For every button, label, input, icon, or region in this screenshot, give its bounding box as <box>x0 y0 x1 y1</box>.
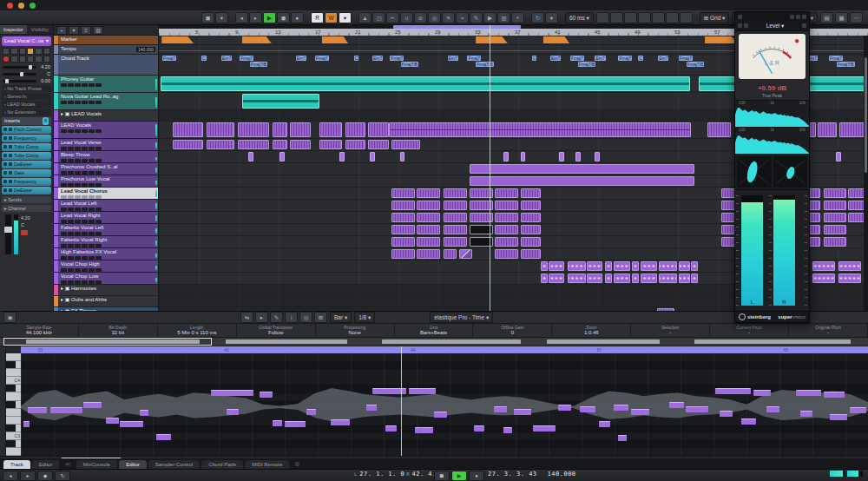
clip-vocal-chop-low[interactable] <box>659 273 677 283</box>
track-mini-button[interactable] <box>95 208 102 211</box>
track-mini-button[interactable] <box>61 183 67 187</box>
chord-event[interactable]: Fmaj7/B <box>687 62 705 67</box>
track-presets-button[interactable]: ▾ <box>69 26 79 35</box>
clip-lead-vocal-verse[interactable] <box>207 140 235 149</box>
clip-prechorus-crushed[interactable] <box>470 164 694 174</box>
variaudio-segment[interactable] <box>766 406 779 412</box>
track-mini-button[interactable] <box>82 220 88 223</box>
variaudio-segment[interactable] <box>28 407 47 413</box>
editor-playhead[interactable] <box>401 346 402 456</box>
track-row-tempo[interactable]: Tempo140.000 <box>54 45 158 55</box>
erase-tool[interactable]: ⊘ <box>414 12 427 23</box>
module-split-icon[interactable] <box>744 23 748 28</box>
track-mini-button[interactable] <box>68 159 74 162</box>
track-mini-button[interactable] <box>82 171 88 175</box>
clip-lead-vocal-chorus[interactable] <box>444 188 467 198</box>
insert-edit-icon[interactable] <box>9 188 12 192</box>
track-mini-button[interactable] <box>95 220 102 223</box>
clip-vocal-chop-low[interactable] <box>614 273 631 283</box>
black-key[interactable] <box>6 385 21 392</box>
clip-lead-vocal-left[interactable] <box>444 201 467 210</box>
mute-tool[interactable]: ✕ <box>442 12 455 23</box>
tempo-value[interactable]: 140.000 <box>136 47 155 52</box>
close-icon[interactable] <box>7 3 13 9</box>
chord-event[interactable]: Fmaj7 <box>467 56 481 61</box>
clip-vocal-chop-high[interactable] <box>838 261 861 271</box>
black-key[interactable] <box>6 361 21 369</box>
inspector-row-0[interactable]: › No Track Preset <box>2 85 51 92</box>
punch-button[interactable]: ◆ <box>37 471 53 481</box>
insert-slot-5[interactable]: DeEsser <box>2 161 51 168</box>
audition-button[interactable]: ▸ <box>255 312 268 323</box>
cycle-button[interactable]: ↻ <box>55 471 70 481</box>
chord-event[interactable]: Fmaj7 <box>679 56 693 61</box>
clip-lead-vocal-verse[interactable] <box>319 140 342 149</box>
plugin-close-icon[interactable] <box>802 15 806 19</box>
track-mini-button[interactable] <box>89 183 95 187</box>
chord-event[interactable]: Fmaj7 <box>315 56 329 61</box>
track-row-high-falsettos[interactable]: High Falsettos FX Vocal <box>54 248 158 260</box>
marker-event[interactable] <box>543 36 569 43</box>
clip-lead-vocal-chorus[interactable] <box>495 188 518 198</box>
zone-tab-chord-pads[interactable]: Chord Pads <box>201 460 243 469</box>
stop-button[interactable]: ◼ <box>277 12 290 23</box>
draw-tool[interactable]: ✎ <box>470 12 483 23</box>
clip-falsetto-right[interactable] <box>521 237 542 247</box>
info-current-pitch[interactable]: Current Pitch- <box>710 324 789 337</box>
track-mini-button[interactable] <box>82 195 88 199</box>
mute-button[interactable] <box>3 48 10 55</box>
track-mini-button[interactable] <box>68 208 74 211</box>
clip-lead-vocals[interactable] <box>319 122 342 137</box>
glue-tool[interactable]: ∪ <box>400 12 413 23</box>
draw-button[interactable]: ✎ <box>270 312 283 323</box>
clip-lead-vocal-verse[interactable] <box>345 140 365 149</box>
track-mini-button[interactable] <box>95 232 102 235</box>
insert-slot-3[interactable]: Tube Comp <box>2 143 51 151</box>
play-button[interactable]: ▶ <box>451 471 467 481</box>
track-mini-button[interactable] <box>82 101 88 104</box>
track-mini-button[interactable] <box>61 101 67 104</box>
clip-lead-vocal-left[interactable] <box>824 201 846 210</box>
inserts-section-header[interactable]: Inserts 8 <box>2 117 51 125</box>
insert-edit-icon[interactable] <box>9 171 12 175</box>
color-tool[interactable]: ▥ <box>497 12 510 23</box>
variaudio-segment[interactable] <box>715 388 751 394</box>
info-offline-gain[interactable]: Offline Gain0 <box>473 324 552 337</box>
chord-event[interactable]: Em7 <box>372 56 383 61</box>
track-mini-button[interactable] <box>82 159 88 162</box>
clip-vocal-chop-high[interactable] <box>632 261 639 271</box>
variaudio-segment[interactable] <box>306 409 316 415</box>
white-key[interactable] <box>6 392 21 400</box>
insert-slot-2[interactable]: Frequency <box>2 135 51 142</box>
variaudio-segment[interactable] <box>83 402 101 408</box>
clip-lead-vocal-left[interactable] <box>495 201 518 210</box>
clip-falsetto-left[interactable] <box>495 225 518 234</box>
track-row-nova-guitar[interactable]: Nova Guitar Lead Ro..ag <box>54 93 158 110</box>
variaudio-segment[interactable] <box>800 411 812 417</box>
clip-lead-vocals[interactable] <box>207 122 235 137</box>
track-mini-button[interactable] <box>82 147 88 150</box>
quantize-select[interactable]: 1/8 ▾ <box>354 312 375 323</box>
toggle-3[interactable] <box>624 12 637 23</box>
track-mini-button[interactable] <box>82 83 88 87</box>
track-mini-button[interactable] <box>82 256 88 260</box>
insert-edit-icon[interactable] <box>9 136 12 140</box>
minimize-icon[interactable] <box>18 3 24 9</box>
track-mini-button[interactable] <box>95 159 102 162</box>
track-row-lead-vocal-chorus[interactable]: Lead Vocal Chorus <box>54 188 158 200</box>
info-original-pitch[interactable]: Original Pitch- <box>789 324 868 337</box>
track-mini-button[interactable] <box>89 232 95 235</box>
track-mini-button[interactable] <box>82 280 88 284</box>
variaudio-segment[interactable] <box>850 407 867 413</box>
track-mini-button[interactable] <box>75 220 81 223</box>
track-mini-button[interactable] <box>61 159 67 162</box>
mixer-button[interactable]: ▦ <box>835 12 848 23</box>
zoom-button[interactable]: ◎ <box>299 312 312 323</box>
track-row-lead-vocal-left[interactable]: Lead Vocal Left <box>54 200 158 212</box>
track-mini-button[interactable] <box>61 171 67 175</box>
track-mini-button[interactable] <box>68 129 74 133</box>
variaudio-segment[interactable] <box>824 392 844 398</box>
stop-button[interactable]: ◼ <box>434 471 450 481</box>
insert-on-icon[interactable] <box>3 136 7 140</box>
clip-vocal-chop-low[interactable] <box>605 273 612 283</box>
